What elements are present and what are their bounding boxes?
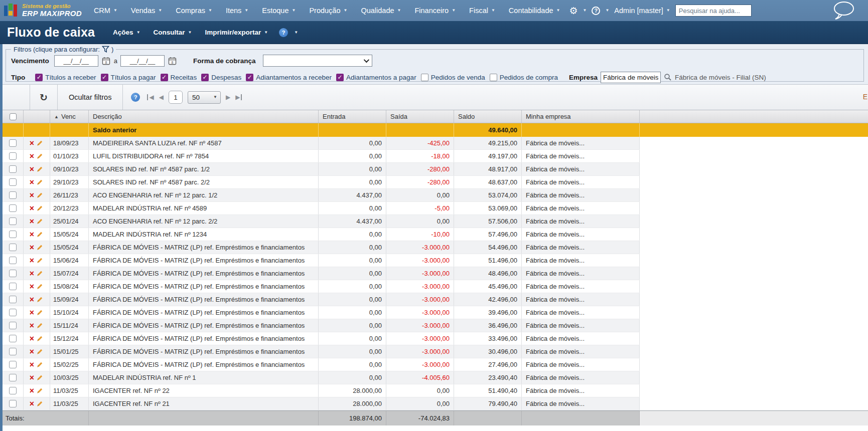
nav-menu-qualidade[interactable]: Qualidade▼ [361, 7, 401, 15]
row-checkbox[interactable] [9, 335, 17, 342]
nav-menu-contabilidade[interactable]: Contabilidade▼ [509, 7, 560, 15]
delete-row-icon[interactable]: × [30, 387, 34, 395]
header-saldo[interactable]: Saldo [454, 110, 522, 123]
delete-row-icon[interactable]: × [30, 322, 34, 330]
row-checkbox[interactable] [9, 270, 17, 277]
table-row[interactable]: × 15/11/24 FÁBRICA DE MÓVEIS - MATRIZ (L… [3, 319, 640, 332]
tipo-checkbox[interactable]: ✓ Receitas [161, 74, 197, 81]
edit-row-icon[interactable] [36, 374, 44, 381]
row-checkbox[interactable] [9, 296, 17, 303]
nav-menu-fiscal[interactable]: Fiscal▼ [469, 7, 495, 15]
row-checkbox[interactable] [9, 400, 17, 407]
row-checkbox[interactable] [9, 204, 17, 212]
edit-row-icon[interactable] [36, 231, 44, 238]
page-number-box[interactable]: 1 [169, 91, 183, 104]
table-row[interactable]: × 15/09/24 FÁBRICA DE MÓVEIS - MATRIZ (L… [3, 293, 640, 306]
tipo-checkbox[interactable]: ✓ Adiantamentos a pagar [336, 74, 416, 81]
row-checkbox[interactable] [9, 178, 17, 186]
nav-menu-financeiro[interactable]: Financeiro▼ [414, 7, 456, 15]
empresa-search-icon[interactable] [664, 73, 672, 81]
row-checkbox[interactable] [9, 309, 17, 316]
table-row[interactable]: × 01/10/23 LUFIL DISTRIBUIDORA ref. NF n… [3, 150, 640, 163]
table-row[interactable]: × 15/08/24 FÁBRICA DE MÓVEIS - MATRIZ (L… [3, 280, 640, 293]
first-page-icon[interactable]: ◀ [147, 94, 154, 100]
tipo-checkbox[interactable]: Pedidos de compra [490, 74, 558, 81]
delete-row-icon[interactable]: × [30, 296, 34, 304]
titlebar-menu-consultar[interactable]: Consultar▼ [154, 29, 192, 36]
row-checkbox[interactable] [9, 361, 17, 368]
toolbar-help-icon[interactable]: ? [131, 93, 140, 102]
delete-row-icon[interactable]: × [30, 348, 34, 356]
hide-filters-button[interactable]: Ocultar filtros [58, 85, 122, 110]
header-entrada[interactable]: Entrada [319, 110, 386, 123]
title-help-caret-icon[interactable]: ▼ [294, 31, 298, 35]
edit-row-icon[interactable] [36, 400, 44, 407]
table-row[interactable]: × 11/03/25 IGACENTER ref. NF nº 21 28.00… [3, 397, 640, 410]
row-checkbox[interactable] [9, 283, 17, 290]
delete-row-icon[interactable]: × [30, 178, 34, 186]
help-search-input[interactable] [675, 5, 752, 17]
tipo-checkbox[interactable]: ✓ Despesas [201, 74, 241, 81]
edit-row-icon[interactable] [36, 348, 44, 355]
tipo-checkbox[interactable]: ✓ Títulos a pagar [101, 74, 156, 81]
table-row[interactable]: × 20/12/23 MADELAR INDÚSTRIA ref. NF nº … [3, 202, 640, 215]
edit-row-icon[interactable] [36, 257, 44, 264]
row-checkbox[interactable] [9, 152, 17, 160]
nav-menu-vendas[interactable]: Vendas▼ [131, 7, 162, 15]
help-caret-icon[interactable]: ▼ [605, 9, 609, 13]
titlebar-menu-a-es[interactable]: Ações▼ [113, 29, 140, 36]
tipo-checkbox[interactable]: Pedidos de venda [421, 74, 485, 81]
nav-menu-crm[interactable]: CRM▼ [94, 7, 117, 15]
delete-row-icon[interactable]: × [30, 165, 34, 173]
table-row[interactable]: × 15/05/24 MADELAR INDÚSTRIA ref. NF nº … [3, 228, 640, 241]
edit-row-icon[interactable] [36, 165, 44, 173]
edit-row-icon[interactable] [36, 387, 44, 394]
edit-row-icon[interactable] [36, 296, 44, 303]
table-row[interactable]: × 29/10/23 SOLARES IND ref. NF nº 4587 p… [3, 176, 640, 189]
delete-row-icon[interactable]: × [30, 270, 34, 278]
nav-menu-produção[interactable]: Produção▼ [309, 7, 347, 15]
edit-row-icon[interactable] [36, 283, 44, 290]
table-row[interactable]: × 15/01/25 FÁBRICA DE MÓVEIS - MATRIZ (L… [3, 345, 640, 358]
header-descricao[interactable]: Descrição [89, 110, 319, 123]
row-checkbox[interactable] [9, 165, 17, 173]
delete-row-icon[interactable]: × [30, 244, 34, 252]
delete-row-icon[interactable]: × [30, 400, 34, 408]
edit-row-icon[interactable] [36, 270, 44, 277]
filters-legend[interactable]: Filtros (clique para configurar: ) [11, 46, 116, 53]
next-page-icon[interactable]: ▶ [226, 94, 230, 100]
table-row[interactable]: × 15/06/24 FÁBRICA DE MÓVEIS - MATRIZ (L… [3, 254, 640, 267]
row-checkbox[interactable] [9, 218, 17, 225]
edit-row-icon[interactable] [36, 218, 44, 225]
edit-row-icon[interactable] [36, 322, 44, 329]
table-row[interactable]: × 11/03/25 IGACENTER ref. NF nº 22 28.00… [3, 384, 640, 397]
chat-bubble-icon[interactable] [832, 1, 855, 20]
edit-row-icon[interactable] [36, 204, 44, 212]
settings-gear-icon[interactable]: ⚙ [569, 6, 577, 16]
edit-row-icon[interactable] [36, 139, 44, 147]
empresa-input[interactable] [601, 72, 661, 83]
prev-page-icon[interactable]: ◀ [159, 94, 164, 100]
edit-row-icon[interactable] [36, 191, 44, 199]
select-all-checkbox[interactable] [10, 113, 17, 120]
calendar-from-icon[interactable]: 8 [101, 57, 111, 65]
table-row[interactable]: × 10/03/25 MADELAR INDÚSTRIA ref. NF nº … [3, 371, 640, 384]
tipo-checkbox[interactable]: ✓ Adiantamentos a receber [246, 74, 332, 81]
settings-caret-icon[interactable]: ▼ [583, 9, 587, 13]
vencimento-to-input[interactable] [120, 55, 165, 67]
edit-row-icon[interactable] [36, 244, 44, 251]
delete-row-icon[interactable]: × [30, 139, 34, 147]
titlebar-menu-imprimir-exportar[interactable]: Imprimir/exportar▼ [205, 29, 268, 36]
nav-menu-compras[interactable]: Compras▼ [176, 7, 212, 15]
row-checkbox[interactable] [9, 139, 17, 147]
forma-cobranca-select[interactable] [263, 55, 372, 67]
header-venc[interactable]: ▲ Venc [50, 110, 89, 123]
table-row[interactable]: × 15/05/24 FÁBRICA DE MÓVEIS - MATRIZ (L… [3, 241, 640, 254]
delete-row-icon[interactable]: × [30, 335, 34, 343]
row-checkbox[interactable] [9, 348, 17, 355]
page-size-select[interactable]: 50 ▼ [188, 91, 221, 104]
title-help-icon[interactable]: ? [279, 28, 288, 37]
calendar-to-icon[interactable]: 8 [168, 57, 177, 65]
row-checkbox[interactable] [9, 257, 17, 264]
row-checkbox[interactable] [9, 322, 17, 329]
